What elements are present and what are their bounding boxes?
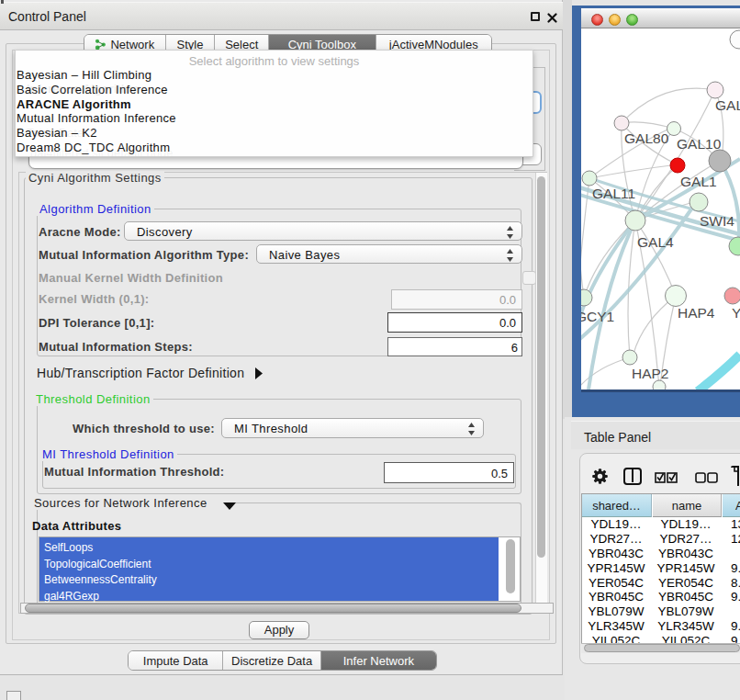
svg-text:GAL80: GAL80 [624,130,669,146]
svg-text:GCY1: GCY1 [581,309,614,324]
svg-text:GAL1: GAL1 [680,174,717,189]
svg-text:GAL4: GAL4 [637,234,674,250]
svg-text:HAP4: HAP4 [678,305,715,321]
svg-text:Y: Y [732,305,740,321]
svg-text:GAL11: GAL11 [592,186,635,201]
svg-text:HAP2: HAP2 [632,366,669,381]
svg-text:GAL10: GAL10 [677,136,722,152]
svg-text:SWI4: SWI4 [700,213,734,229]
svg-text:GAL7: GAL7 [715,97,740,113]
